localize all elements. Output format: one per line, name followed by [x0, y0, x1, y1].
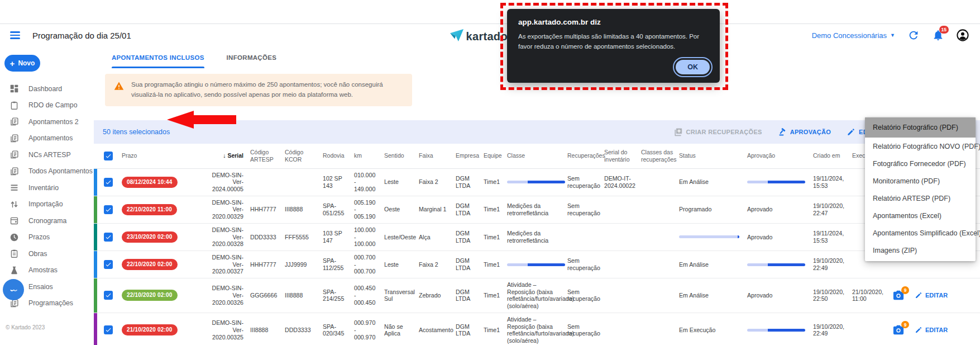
chat-widget-button[interactable] [3, 279, 24, 300]
tab-informacoes[interactable]: INFORMAÇÕES [218, 46, 286, 68]
cell-classe: Atividade – Reposição (baixa refletância… [507, 278, 567, 313]
cell-recuperacoes: Sem recuperação [567, 254, 604, 274]
cell-recuperacoes [567, 234, 604, 240]
menu-item-relatorio-fotografico-novo-pdf[interactable]: Relatório Fotográfico NOVO (PDF) [865, 138, 976, 155]
column-header-aprovacao[interactable]: Aprovação [747, 149, 813, 163]
row-checkbox[interactable] [104, 260, 113, 269]
row-checkbox-cell [97, 178, 122, 187]
sidebar-item-prazos[interactable]: Prazos [0, 229, 94, 246]
column-header-empresa[interactable]: Empresa [456, 149, 484, 163]
tab-apontamentos-inclusos[interactable]: APONTAMENTOS INCLUSOS [103, 46, 213, 68]
menu-item-apontamentos-excel[interactable]: Apontamentos (Excel) [865, 207, 976, 224]
sidebar-item-dashboard[interactable]: Dashboard [0, 81, 94, 97]
plus-icon: + [10, 59, 15, 68]
refresh-icon[interactable] [907, 29, 920, 41]
cell-classe [507, 261, 567, 269]
selection-actions: CRIAR RECUPERAÇÕESAPROVAÇÃOEDITAR [673, 127, 882, 136]
menu-item-fotografico-fornecedor-pdf[interactable]: Fotográfico Fornecedor (PDF) [865, 155, 976, 172]
cell-km: 100.000-100.000 [354, 224, 384, 251]
sidebar-item-label: Amostras [28, 266, 58, 274]
row-checkbox[interactable] [104, 178, 113, 187]
cell-criado-em: 19/10/2020, 22:49 [813, 320, 852, 340]
menu-item-apontamentos-simplificado-excel[interactable]: Apontamentos Simplificado (Excel) [865, 224, 976, 242]
menu-item-imagens-zip[interactable]: Imagens (ZIP) [865, 242, 976, 259]
edit-button[interactable]: EDITAR [915, 326, 948, 334]
row-checkbox[interactable] [104, 291, 113, 300]
table-row: 22/10/2020 11:00DEMO-SIN-Ver-2020.00329H… [94, 196, 980, 224]
alert-source: app.kartado.com.br diz [518, 18, 709, 26]
ok-button[interactable]: OK [676, 60, 710, 74]
warning-banner: Sua programação atingiu o número máximo … [105, 74, 412, 106]
sidebar-item-cronograma[interactable]: Cronograma [0, 212, 94, 229]
notification-count-badge: 15 [939, 26, 949, 34]
column-header-faixa[interactable]: Faixa [419, 149, 456, 163]
column-header-km[interactable]: km [354, 149, 384, 163]
column-header-sentido[interactable]: Sentido [384, 149, 419, 163]
column-header-criado-em[interactable]: Criado em [813, 149, 852, 163]
column-header-classe[interactable]: Classe [507, 149, 567, 163]
cell-recuperacoes: Sem recuperação [567, 172, 604, 192]
sidebar-item-apontamentos-2[interactable]: Apontamentos 2 [0, 114, 94, 130]
menu-item-monitoramento-pdf[interactable]: Monitoramento (PDF) [865, 172, 976, 190]
sidebar-item-inventario[interactable]: Inventário [0, 179, 94, 196]
cell-classe: Atividade – Reposição (baixa refletância… [507, 313, 567, 345]
warning-text: Sua programação atingiu o número máximo … [131, 80, 403, 100]
row-checkbox[interactable] [104, 325, 113, 334]
selection-bar: 50 itens selecionados CRIAR RECUPERAÇÕES… [94, 120, 980, 144]
column-header-codigo-artesp[interactable]: Código ARTESP [250, 145, 285, 167]
kartado-logo-icon [450, 29, 464, 42]
account-selector[interactable]: Demo Concessionárias ▼ [812, 31, 895, 40]
sidebar-item-todos-apontamentos[interactable]: Todos Apontamentos [0, 163, 94, 180]
column-header-recuperacoes[interactable]: Recuperações [567, 149, 604, 163]
column-header-serial[interactable]: ↓ Serial [200, 149, 250, 163]
tab-label: INFORMAÇÕES [227, 54, 277, 67]
cell-serial-inventario [604, 292, 641, 298]
sidebar-item-label: Inventário [28, 184, 59, 192]
row-checkbox[interactable] [104, 205, 113, 214]
photos-camera-icon[interactable]: 9 [892, 290, 905, 301]
sidebar-item-apontamentos[interactable]: Apontamentos [0, 130, 94, 147]
column-header-serial-do-inventario[interactable]: Serial do inventário [604, 145, 641, 167]
menu-item-relatorio-artesp-pdf[interactable]: Relatório ARTESP (PDF) [865, 190, 976, 207]
column-header-rodovia[interactable]: Rodovia [323, 149, 354, 163]
sidebar-item-rdo-de-campo[interactable]: RDO de Campo [0, 97, 94, 114]
sidebar-item-amostras[interactable]: Amostras [0, 262, 94, 279]
edit-button[interactable]: EDITAR [915, 291, 948, 299]
column-header-classes-das-recuperacoes[interactable]: Classes das recuperações [641, 145, 679, 167]
cell-recuperacoes: Sem recuperação [567, 286, 604, 305]
criar-recuperacoes-button[interactable]: CRIAR RECUPERAÇÕES [673, 127, 762, 136]
sidebar-item-ncs-artesp[interactable]: NCs ARTESP [0, 146, 94, 163]
cell-empresa: DGM LTDA [456, 254, 484, 274]
cell-sentido: Leste/Oeste [384, 231, 419, 244]
sidebar-item-importacao[interactable]: Importação [0, 196, 94, 213]
cell-serial-inventario [604, 207, 641, 212]
photos-camera-icon[interactable]: 9 [892, 324, 905, 335]
column-header-status[interactable]: Status [679, 149, 747, 163]
cell-aprovacao: Aprovado [747, 231, 813, 244]
cell-rodovia: SPA-020/345 [323, 320, 354, 340]
cell-equipe: Time1 [484, 231, 507, 244]
sidebar-item-obras[interactable]: Obras [0, 245, 94, 262]
cell-sentido: Leste [384, 176, 419, 188]
notes-icon [9, 167, 19, 176]
aprovacao-button[interactable]: APROVAÇÃO [778, 127, 831, 136]
column-header-codigo-kcor[interactable]: Código KCOR [285, 145, 323, 167]
menu-icon[interactable] [10, 31, 20, 39]
column-header-equipe[interactable]: Equipe [484, 149, 507, 163]
list-icon [9, 183, 19, 192]
menu-item-relatorio-fotografico-pdf[interactable]: Relatório Fotográfico (PDF) [865, 117, 976, 138]
row-checkbox[interactable] [104, 233, 113, 242]
cell-codigo-kcor: III8888 [285, 289, 323, 302]
new-button[interactable]: + Novo [4, 55, 40, 72]
cell-execucao [852, 262, 892, 267]
cell-classes-recuperacoes [641, 292, 679, 298]
cell-equipe: Time1 [484, 176, 507, 188]
sidebar-item-label: Todos Apontamentos [28, 167, 93, 175]
user-avatar-icon[interactable] [957, 29, 969, 41]
select-all-checkbox[interactable] [104, 152, 113, 160]
table-row: 21/10/2020 02:00DEMO-SIN-Ver-2020.00325I… [94, 313, 980, 345]
cell-rodovia: SPA-051/255 [323, 200, 354, 219]
pencil-icon [915, 291, 922, 299]
column-header-prazo[interactable]: Prazo [122, 149, 200, 163]
notifications-bell-icon[interactable]: 15 [932, 29, 944, 41]
